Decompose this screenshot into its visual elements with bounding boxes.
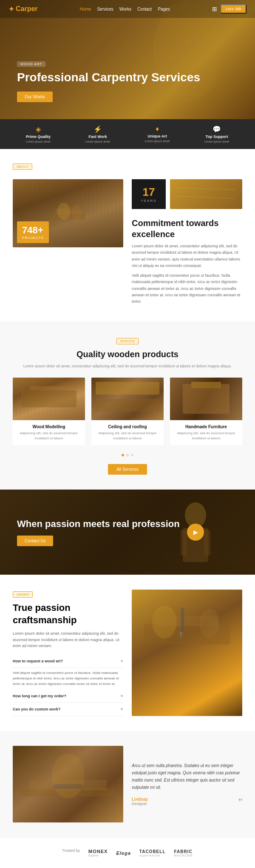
feature-support-title: Top Support <box>206 135 228 139</box>
faq-grid: AWARD True passion craftsmanship Lorem i… <box>13 590 242 716</box>
service-title-1: Wood Modelling <box>16 424 82 429</box>
services-section: SERVICE Quality wooden products Lorem ip… <box>0 321 255 490</box>
faq-q-3: Can you do custom work? <box>13 707 61 711</box>
brand-name: Carper <box>16 5 38 13</box>
years-label: YEARS <box>141 199 156 203</box>
svg-rect-12 <box>30 386 68 390</box>
faq-icon-3: + <box>120 706 123 712</box>
feature-quality-sub: Lorem ipsum amet <box>26 140 51 143</box>
service-title-2: Ceiling and roofing <box>95 424 160 429</box>
faq-image <box>132 590 242 716</box>
nav-contact[interactable]: Contact <box>137 7 152 11</box>
brand-logo[interactable]: ✦ Carper <box>8 5 38 13</box>
stat-label: PROJECTS <box>22 236 44 240</box>
service-text-2: Adipiscing elit, sed do eiusmod tempor i… <box>95 431 160 441</box>
svg-point-7 <box>71 205 82 220</box>
feature-quality-title: Prime Quality <box>26 135 51 139</box>
about-tag: ABOUT <box>13 163 32 170</box>
faq-item-3[interactable]: Can you do custom work? + <box>13 703 123 716</box>
svg-line-10 <box>176 196 236 198</box>
about-title: Commitment towards excellence <box>132 218 242 240</box>
service-img-2 <box>91 378 164 420</box>
passion-content: When passion meets real profession Conta… <box>17 518 180 546</box>
svg-point-24 <box>199 609 220 637</box>
logo-fabric: FABRIC MAGAZINE <box>174 849 193 857</box>
svg-rect-19 <box>181 530 187 556</box>
about-section: ABOUT 748+ PROJECTS <box>0 149 255 321</box>
testimonial-content: Arcu ut sem nulla pharetra. Sodales ut e… <box>132 762 242 806</box>
trusted-section: Trusted by MONEX Explore Elega TACOBELL … <box>0 837 255 868</box>
services-tag: SERVICE <box>116 338 139 344</box>
faq-item-1[interactable]: How to request a wood art? + <box>13 655 123 668</box>
play-icon: ▶ <box>193 529 198 536</box>
service-text-3: Adipiscing elit, sed do eiusmod tempor i… <box>173 431 239 441</box>
service-card-1: Wood Modelling Adipiscing elit, sed do e… <box>13 378 85 445</box>
feature-fast-sub: Lorem ipsum amet <box>85 140 110 143</box>
svg-rect-20 <box>204 530 210 556</box>
about-stat: 748+ PROJECTS <box>17 221 49 243</box>
nav-pages[interactable]: Pages <box>158 7 170 11</box>
services-subtitle: Lorem ipsum dolor sit amet, consectetur … <box>13 363 242 369</box>
faq-icon-2: + <box>120 693 123 699</box>
features-bar: ◈ Prime Quality Lorem ipsum amet ⚡ Fast … <box>0 119 255 149</box>
nav-home[interactable]: Home <box>80 7 91 11</box>
testimonial-section: Arcu ut sem nulla pharetra. Sodales ut e… <box>0 731 255 837</box>
support-icon: 💬 <box>212 125 221 133</box>
dot-2[interactable] <box>126 454 129 456</box>
trusted-label: Trusted by <box>62 848 80 853</box>
svg-rect-16 <box>191 382 221 388</box>
faq-q-1: How to request a wood art? <box>13 659 63 663</box>
hero-title: Professional Carpentry Services <box>17 70 255 85</box>
services-grid: Wood Modelling Adipiscing elit, sed do e… <box>13 378 242 445</box>
svg-rect-30 <box>54 784 82 789</box>
svg-rect-8 <box>176 179 236 209</box>
nav-services[interactable]: Services <box>97 7 113 11</box>
svg-line-9 <box>176 188 236 190</box>
nav-links: Home Services Works Contact Pages <box>80 7 170 11</box>
stat-number: 748+ <box>22 225 44 236</box>
logo-tacobell: TACOBELL supermarket <box>139 849 166 857</box>
feature-unique-sub: Lorem ipsum amet <box>145 140 170 143</box>
about-text2: Velit aliquet sagittis id consectetur pu… <box>132 272 242 305</box>
dot-3[interactable] <box>131 454 133 456</box>
logo-elega: Elega <box>116 851 130 856</box>
hero-section: WOOD ART Professional Carpentry Services… <box>0 0 255 119</box>
grid-icon[interactable]: ⊞ <box>212 6 217 12</box>
service-title-3: Handmade Furniture <box>173 424 239 429</box>
service-card-3: Handmade Furniture Adipiscing elit, sed … <box>170 378 242 445</box>
navigation: ✦ Carper Home Services Works Contact Pag… <box>0 0 255 18</box>
svg-rect-25 <box>181 607 184 632</box>
play-button[interactable]: ▶ <box>187 524 204 541</box>
faq-text: Lorem ipsum dolor sit amet, consectetur … <box>13 630 123 649</box>
feature-unique: ♦ Unique Art Lorem ipsum amet <box>145 125 170 143</box>
passion-cta-button[interactable]: Contact Us <box>17 536 53 546</box>
about-right: 17 YEARS Commitment towards excellence L… <box>132 179 242 309</box>
faq-item-2[interactable]: How long can I get my order? + <box>13 690 123 703</box>
svg-rect-11 <box>21 390 76 407</box>
testimonial-name: Lindsay <box>132 797 148 802</box>
fast-icon: ⚡ <box>94 125 102 133</box>
hero-cta-button[interactable]: Our Works <box>17 92 53 102</box>
svg-point-6 <box>57 203 70 220</box>
about-image: 748+ PROJECTS <box>13 179 123 247</box>
about-text1: Lorem ipsum dolor sit amet, consectetur … <box>132 243 242 269</box>
nav-works[interactable]: Works <box>119 7 131 11</box>
service-img-1 <box>13 378 85 420</box>
logo-monex: MONEX Explore <box>88 849 108 857</box>
dot-1[interactable] <box>122 454 124 456</box>
feature-support-sub: Lorem ipsum amet <box>204 140 229 143</box>
hero-content: WOOD ART Professional Carpentry Services… <box>17 59 255 102</box>
faq-icon-1: + <box>120 658 123 664</box>
nav-cta-button[interactable]: Let's Talk <box>221 4 246 14</box>
feature-support: 💬 Top Support Lorem ipsum amet <box>204 125 229 143</box>
feature-unique-title: Unique Art <box>147 134 167 138</box>
services-cta-button[interactable]: All Services <box>108 464 147 475</box>
passion-title: When passion meets real profession <box>17 518 180 530</box>
service-body-1: Wood Modelling Adipiscing elit, sed do e… <box>13 420 85 445</box>
svg-rect-13 <box>96 382 159 395</box>
services-title: Quality wooden products <box>13 349 242 360</box>
trusted-logos: MONEX Explore Elega TACOBELL supermarket… <box>88 849 193 857</box>
services-dots <box>13 454 242 456</box>
service-body-2: Ceiling and roofing Adipiscing elit, sed… <box>91 420 164 445</box>
unique-icon: ♦ <box>156 125 159 133</box>
